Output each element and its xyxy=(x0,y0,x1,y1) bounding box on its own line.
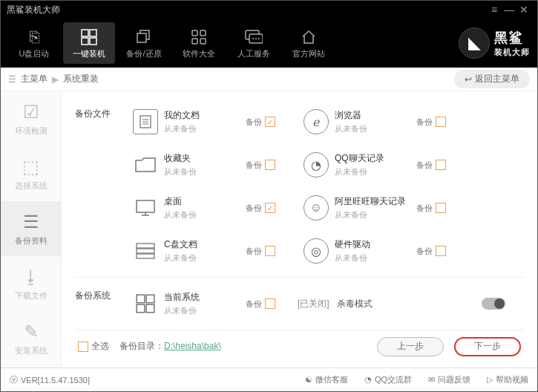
version-label: ⓥVER[11.5.47.1530] xyxy=(10,374,90,385)
checkbox-browser[interactable] xyxy=(436,117,446,127)
svg-point-12 xyxy=(252,38,254,39)
svg-rect-27 xyxy=(137,304,145,313)
system-icon xyxy=(133,291,158,316)
help-icon: ▷ xyxy=(487,375,493,385)
title-bar: 黑鲨装机大师 ≡ — ✕ xyxy=(1,1,537,19)
footer-row: 全选 备份目录：D:\heisha\bak\ 上一步 下一步 xyxy=(75,330,524,362)
breadcrumb: ☰ 主菜单 ▶ 系统重装 ↩ 返回主菜单 xyxy=(1,68,537,91)
top-nav: ⎘ U盘启动 一键装机 备份/还原 软件大全 人工服务 官方网站 ◣ 黑鲨 xyxy=(1,19,537,68)
crumb-root[interactable]: 主菜单 xyxy=(21,73,47,85)
desktop-icon xyxy=(133,195,158,220)
shark-icon: ◣ xyxy=(459,27,490,59)
wangwang-icon: ☺ xyxy=(304,195,329,220)
check-icon: ☑ xyxy=(23,102,39,122)
prev-button[interactable]: 上一步 xyxy=(377,337,444,356)
copy-icon xyxy=(136,27,152,47)
step-env-check[interactable]: ☑环境检测 xyxy=(1,91,61,146)
backup-system-row: 当前系统从未备份 备份 [已关闭] 杀毒模式 xyxy=(127,282,524,325)
checkbox-currentsys[interactable] xyxy=(265,298,275,309)
wrench-icon: ✎ xyxy=(24,321,39,342)
driver-icon: ◎ xyxy=(304,238,329,264)
checkbox-mydocs[interactable]: ✓ xyxy=(265,117,275,127)
download-icon: ⭳ xyxy=(22,267,40,287)
nav-software[interactable]: 软件大全 xyxy=(173,22,225,64)
svg-rect-0 xyxy=(82,30,88,36)
qq-icon: ◔ xyxy=(364,375,372,385)
home-icon xyxy=(301,27,317,47)
step-sidebar: ☑环境检测 ⬚选择系统 ☰备份资料 ⭳下载文件 ✎安装系统 xyxy=(1,91,62,368)
svg-rect-6 xyxy=(192,30,197,36)
svg-rect-7 xyxy=(200,30,206,36)
brand-logo: ◣ 黑鲨 装机大师 xyxy=(459,27,530,59)
back-main-button[interactable]: ↩ 返回主菜单 xyxy=(454,70,530,88)
content-panel: 备份文件 我的文档从未备份 备份✓ ℯ 浏览器从未备份 备份 收藏夹从未备份 备… xyxy=(62,91,537,368)
next-button[interactable]: 下一步 xyxy=(454,337,521,356)
cdrive-icon xyxy=(133,238,158,264)
svg-rect-24 xyxy=(137,254,154,258)
step-download[interactable]: ⭳下载文件 xyxy=(1,256,61,311)
svg-rect-5 xyxy=(137,33,146,42)
select-all[interactable]: 全选 xyxy=(78,340,109,353)
section-backup-files: 备份文件 xyxy=(75,100,127,272)
minimize-button[interactable]: — xyxy=(502,4,516,16)
svg-rect-28 xyxy=(146,304,154,313)
svg-rect-23 xyxy=(137,249,154,253)
antivirus-mode: [已关闭] 杀毒模式 xyxy=(298,298,505,310)
svg-rect-9 xyxy=(200,39,206,44)
nav-website[interactable]: 官方网站 xyxy=(283,22,335,64)
usb-icon: ⎘ xyxy=(30,27,39,47)
menu-icon[interactable]: ≡ xyxy=(487,4,502,16)
cursor-icon: ⬚ xyxy=(22,157,39,177)
list-icon: ☰ xyxy=(8,74,16,85)
wechat-icon: ☯ xyxy=(305,375,312,385)
svg-rect-19 xyxy=(137,200,154,212)
backup-dir: 备份目录：D:\heisha\bak\ xyxy=(119,340,221,353)
v-icon: ⓥ xyxy=(10,374,18,385)
window-title: 黑鲨装机大师 xyxy=(7,4,487,16)
svg-point-14 xyxy=(258,38,260,39)
grid-icon xyxy=(191,27,207,47)
folder-icon xyxy=(133,152,158,177)
link-help[interactable]: ▷帮助视频 xyxy=(487,374,528,385)
qq-icon: ◔ xyxy=(304,152,329,177)
link-feedback[interactable]: ✉问题反馈 xyxy=(428,374,470,385)
step-backup-data[interactable]: ☰备份资料 xyxy=(1,201,61,256)
link-qqgroup[interactable]: ◔QQ交流群 xyxy=(364,374,412,385)
checkbox-driver[interactable] xyxy=(436,246,446,256)
svg-rect-1 xyxy=(90,30,96,36)
crumb-current: 系统重装 xyxy=(63,73,99,85)
nav-backup-restore[interactable]: 备份/还原 xyxy=(118,22,170,64)
step-install[interactable]: ✎安装系统 xyxy=(1,311,61,366)
svg-rect-8 xyxy=(192,39,197,44)
nav-usb-boot[interactable]: ⎘ U盘启动 xyxy=(8,22,60,64)
svg-rect-3 xyxy=(90,38,96,45)
svg-rect-2 xyxy=(82,38,88,45)
checkbox-desktop[interactable]: ✓ xyxy=(265,203,275,213)
nav-one-click-install[interactable]: 一键装机 xyxy=(63,22,115,64)
backup-row: 桌面从未备份 备份✓ ☺ 阿里旺旺聊天记录从未备份 备份 xyxy=(127,186,524,229)
nav-support[interactable]: 人工服务 xyxy=(228,22,280,64)
section-backup-system: 备份系统 xyxy=(75,282,127,325)
server-icon: ☰ xyxy=(23,212,39,232)
document-icon xyxy=(133,109,158,134)
antivirus-switch[interactable] xyxy=(482,298,505,310)
checkbox-selectall[interactable] xyxy=(78,342,88,352)
close-button[interactable]: ✕ xyxy=(516,4,531,16)
link-wechat[interactable]: ☯微信客服 xyxy=(305,374,348,385)
svg-rect-22 xyxy=(137,244,154,248)
browser-icon: ℯ xyxy=(304,109,329,134)
backup-dir-link[interactable]: D:\heisha\bak\ xyxy=(164,341,221,351)
step-select-system[interactable]: ⬚选择系统 xyxy=(1,146,61,201)
checkbox-wangwang[interactable] xyxy=(436,203,446,213)
backup-row: 我的文档从未备份 备份✓ ℯ 浏览器从未备份 备份 xyxy=(127,100,524,143)
svg-rect-25 xyxy=(137,295,145,303)
checkbox-qq[interactable] xyxy=(436,160,446,170)
feedback-icon: ✉ xyxy=(428,375,435,385)
backup-row: C盘文档从未备份 备份 ◎ 硬件驱动从未备份 备份 xyxy=(127,229,524,272)
windows-icon xyxy=(81,27,97,47)
status-bar: ⓥVER[11.5.47.1530] ☯微信客服 ◔QQ交流群 ✉问题反馈 ▷帮… xyxy=(1,368,537,391)
chat-icon xyxy=(245,27,263,47)
back-arrow-icon: ↩ xyxy=(465,74,472,85)
checkbox-favorites[interactable] xyxy=(265,160,275,170)
checkbox-cdrive[interactable] xyxy=(265,246,275,256)
